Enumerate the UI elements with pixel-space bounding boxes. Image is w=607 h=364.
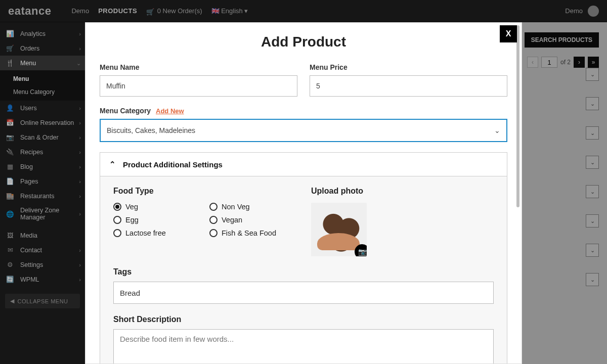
food-type-nonveg[interactable]: Non Veg bbox=[209, 203, 295, 211]
radio-icon bbox=[113, 216, 121, 224]
upload-photo-label: Upload photo bbox=[311, 187, 494, 196]
additional-settings-toggle[interactable]: ⌃ Product Additional Settings bbox=[100, 153, 507, 176]
camera-icon[interactable]: 📷 bbox=[355, 244, 367, 256]
food-type-label: Food Type bbox=[113, 187, 296, 196]
additional-settings-panel: ⌃ Product Additional Settings Food Type … bbox=[100, 152, 507, 364]
food-type-veg[interactable]: Veg bbox=[113, 203, 199, 211]
chevron-down-icon: ⌄ bbox=[494, 126, 500, 134]
menu-name-label: Menu Name bbox=[100, 63, 297, 71]
add-new-category-link[interactable]: Add New bbox=[156, 107, 184, 115]
food-type-lactose[interactable]: Lactose free bbox=[113, 229, 199, 237]
menu-category-select[interactable]: Biscuits, Cakes, Madeleines ⌄ bbox=[100, 119, 507, 142]
radio-icon bbox=[209, 216, 218, 224]
tags-input[interactable] bbox=[113, 282, 494, 304]
additional-settings-title: Product Additional Settings bbox=[123, 160, 223, 169]
menu-category-label: Menu Category Add New bbox=[100, 107, 507, 115]
food-type-vegan[interactable]: Vegan bbox=[209, 216, 295, 224]
modal-close-button[interactable]: X bbox=[500, 25, 517, 42]
add-product-modal: Add Product Menu Name Menu Price Menu Ca… bbox=[85, 22, 522, 364]
modal-scrollbar[interactable] bbox=[516, 25, 520, 349]
chevron-up-icon: ⌃ bbox=[109, 160, 116, 169]
radio-icon bbox=[209, 203, 218, 211]
product-photo-preview[interactable]: 📷 bbox=[311, 203, 367, 256]
radio-icon bbox=[209, 229, 218, 237]
radio-icon bbox=[113, 203, 121, 211]
menu-price-input[interactable] bbox=[310, 75, 507, 97]
short-description-input[interactable] bbox=[113, 329, 494, 364]
menu-category-value: Biscuits, Cakes, Madeleines bbox=[107, 126, 195, 134]
food-type-fish[interactable]: Fish & Sea Food bbox=[209, 229, 295, 237]
modal-title: Add Product bbox=[85, 34, 522, 50]
menu-price-label: Menu Price bbox=[310, 63, 507, 71]
short-description-label: Short Description bbox=[113, 315, 494, 324]
radio-icon bbox=[113, 229, 121, 237]
menu-name-input[interactable] bbox=[100, 75, 297, 97]
food-type-egg[interactable]: Egg bbox=[113, 216, 199, 224]
tags-label: Tags bbox=[113, 267, 494, 277]
